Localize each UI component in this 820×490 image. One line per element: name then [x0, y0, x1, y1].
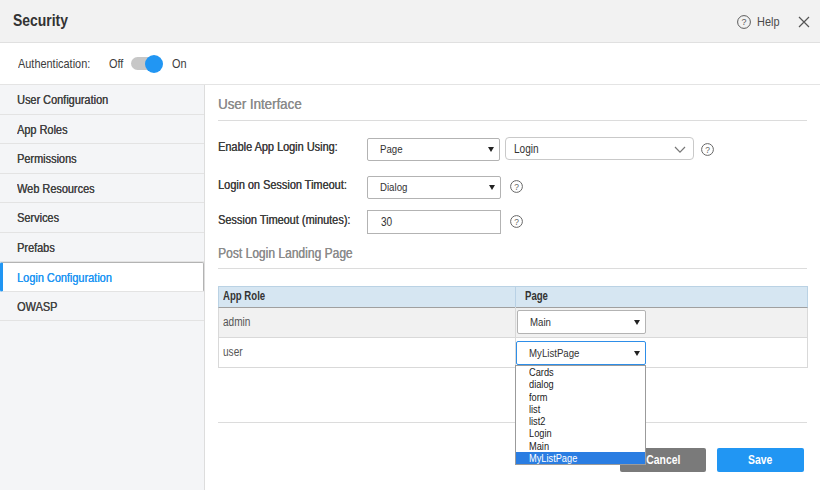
svg-text:?: ? — [705, 145, 710, 155]
svg-text:?: ? — [514, 182, 519, 192]
svg-text:?: ? — [514, 217, 519, 227]
svg-text:?: ? — [741, 17, 746, 27]
